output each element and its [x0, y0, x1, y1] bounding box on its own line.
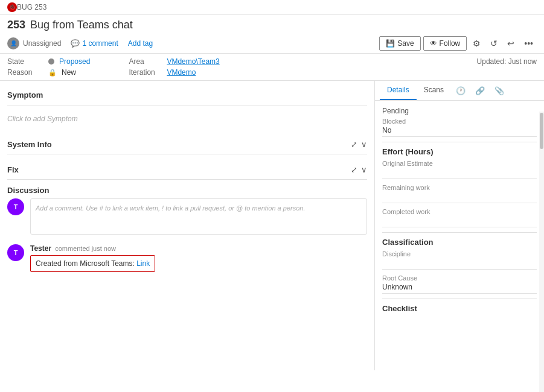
discipline-field: Discipline: [382, 250, 537, 270]
remaining-work-label: Remaining work: [382, 184, 537, 191]
comment-body: Created from Microsoft Teams: Link: [30, 255, 155, 272]
iteration-field[interactable]: Iteration VMdemo: [129, 68, 219, 77]
state-field[interactable]: State Proposed: [7, 57, 90, 66]
top-bar: 🐞 BUG 253: [0, 0, 544, 15]
fix-title: Fix: [7, 165, 19, 174]
work-item-title[interactable]: Bug from Teams chat: [30, 19, 133, 31]
follow-button[interactable]: 👁 Follow: [423, 36, 467, 51]
remaining-work-field: Remaining work: [382, 184, 537, 203]
effort-title: Effort (Hours): [382, 147, 537, 156]
area-iteration: Area VMdemo\Team3 Iteration VMdemo: [129, 57, 219, 77]
tab-attachment-icon[interactable]: 📎: [490, 81, 509, 100]
root-cause-label: Root Cause: [382, 274, 537, 282]
left-panel: Symptom Click to add Symptom System Info…: [0, 81, 375, 370]
right-scrollbar-thumb[interactable]: [540, 113, 543, 149]
blocked-field: Blocked No: [382, 118, 537, 137]
save-icon: 💾: [386, 39, 395, 48]
comment-time: commented just now: [55, 245, 116, 252]
blocked-value[interactable]: No: [382, 126, 537, 137]
right-panel: Details Scans 🕐 🔗 📎 Pending Blocked No E…: [375, 81, 544, 370]
updated-label: Updated: Just now: [477, 57, 537, 66]
avatar: 👤: [7, 37, 19, 49]
discipline-label: Discipline: [382, 250, 537, 258]
symptom-section: Symptom Click to add Symptom: [7, 90, 367, 125]
more-button[interactable]: •••: [520, 36, 537, 51]
comment-item: T Tester commented just now Created from…: [7, 244, 367, 272]
follow-icon: 👁: [430, 39, 437, 48]
original-estimate-label: Original Estimate: [382, 160, 537, 167]
symptom-title: Symptom: [7, 90, 367, 100]
tab-details[interactable]: Details: [380, 81, 417, 100]
current-user-avatar: T: [7, 198, 24, 215]
root-cause-field: Root Cause Unknown: [382, 274, 537, 294]
tab-history-icon[interactable]: 🕐: [451, 81, 470, 100]
title-bar: 253 Bug from Teams chat: [0, 15, 544, 34]
toolbar-right: 💾 Save 👁 Follow ⚙ ↺ ↩ •••: [379, 36, 537, 51]
chevron-down-icon[interactable]: ∨: [361, 140, 367, 149]
fix-header[interactable]: Fix ⤢ ∨: [7, 160, 367, 180]
state-row: State Proposed Reason 🔒 New Area VMdemo\…: [0, 54, 544, 81]
comment-link[interactable]: 💬 1 comment: [71, 39, 118, 48]
tab-scans[interactable]: Scans: [417, 81, 451, 100]
system-info-header[interactable]: System Info ⤢ ∨: [7, 135, 367, 154]
assignee-label: Unassigned: [23, 39, 61, 48]
refresh-button[interactable]: ↺: [487, 36, 501, 51]
classification-title: Classification: [382, 238, 537, 247]
system-info-section: System Info ⤢ ∨: [7, 135, 367, 154]
comment-content: Tester commented just now Created from M…: [30, 244, 367, 272]
completed-work-value[interactable]: [382, 217, 537, 227]
settings-button[interactable]: ⚙: [469, 36, 484, 51]
comment-link-text[interactable]: Link: [136, 259, 150, 268]
meta-bar: 👤 Unassigned 💬 1 comment Add tag 💾 Save …: [0, 34, 544, 54]
right-content: Pending Blocked No Effort (Hours) Origin…: [375, 101, 544, 323]
main-content: Symptom Click to add Symptom System Info…: [0, 81, 544, 370]
right-scrollbar[interactable]: [539, 112, 544, 370]
completed-work-label: Completed work: [382, 208, 537, 215]
comment-header: Tester commented just now: [30, 244, 367, 253]
pending-status: Pending: [382, 107, 537, 115]
commenter-avatar: T: [7, 244, 24, 261]
lock-icon: 🔒: [48, 69, 57, 77]
undo-button[interactable]: ↩: [504, 36, 518, 51]
commenter-name: Tester: [30, 244, 51, 253]
add-tag-button[interactable]: Add tag: [128, 39, 153, 48]
expand-icon[interactable]: ⤢: [351, 140, 357, 149]
fix-chevron-icon[interactable]: ∨: [361, 165, 367, 174]
right-tabs: Details Scans 🕐 🔗 📎: [375, 81, 544, 101]
original-estimate-field: Original Estimate: [382, 160, 537, 179]
remaining-work-value[interactable]: [382, 192, 537, 203]
discussion-title: Discussion: [7, 186, 367, 195]
discipline-value[interactable]: [382, 259, 537, 270]
checklist-title: Checklist: [382, 304, 537, 313]
save-button[interactable]: 💾 Save: [379, 36, 420, 51]
symptom-input[interactable]: Click to add Symptom: [7, 112, 367, 125]
area-field[interactable]: Area VMdemo\Team3: [129, 57, 219, 66]
bug-prefix-label: BUG 253: [17, 3, 46, 11]
fix-expand-icon[interactable]: ⤢: [351, 165, 357, 174]
comment-input[interactable]: Add a comment. Use # to link a work item…: [30, 198, 367, 235]
reason-field[interactable]: Reason 🔒 New: [7, 68, 90, 77]
fix-section: Fix ⤢ ∨: [7, 160, 367, 180]
bug-icon: 🐞: [7, 2, 17, 12]
tab-link-icon[interactable]: 🔗: [470, 81, 490, 100]
work-item-id: 253: [7, 19, 25, 31]
completed-work-field: Completed work: [382, 208, 537, 227]
comment-icon: 💬: [71, 39, 80, 48]
blocked-label: Blocked: [382, 118, 537, 125]
system-info-expand-icons: ⤢ ∨: [351, 140, 367, 149]
root-cause-value[interactable]: Unknown: [382, 283, 537, 294]
state-dot: [48, 58, 54, 65]
discussion-section: Discussion T Add a comment. Use # to lin…: [7, 186, 367, 272]
fix-expand-icons: ⤢ ∨: [351, 165, 367, 174]
assignee-field[interactable]: 👤 Unassigned: [7, 37, 61, 49]
original-estimate-value[interactable]: [382, 168, 537, 179]
system-info-title: System Info: [7, 140, 52, 149]
discussion-input-row: T Add a comment. Use # to link a work it…: [7, 198, 367, 235]
